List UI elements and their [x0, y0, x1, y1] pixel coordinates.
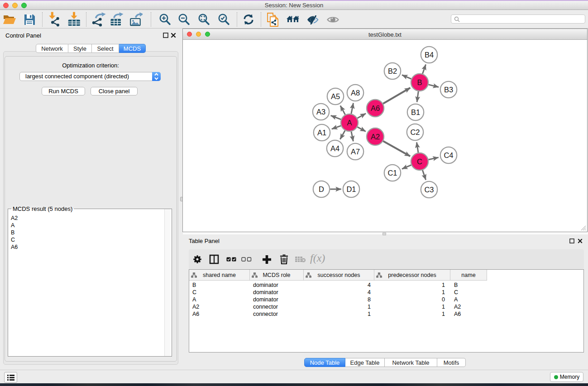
- svg-text:B: B: [417, 78, 422, 86]
- svg-text:C1: C1: [387, 169, 397, 177]
- svg-text:C2: C2: [410, 128, 420, 136]
- svg-text:A7: A7: [351, 148, 360, 156]
- svg-text:C4: C4: [444, 151, 453, 159]
- svg-text:B3: B3: [444, 86, 453, 94]
- svg-text:A6: A6: [371, 104, 380, 112]
- svg-text:A2: A2: [371, 133, 380, 141]
- svg-text:B4: B4: [425, 51, 434, 59]
- svg-text:A1: A1: [317, 129, 326, 137]
- svg-text:D: D: [319, 185, 324, 193]
- svg-text:A3: A3: [316, 108, 325, 116]
- svg-text:A5: A5: [331, 92, 340, 100]
- svg-text:B2: B2: [388, 67, 397, 75]
- svg-text:B1: B1: [411, 108, 420, 116]
- svg-text:A4: A4: [330, 144, 339, 152]
- svg-text:C3: C3: [424, 186, 434, 194]
- svg-text:A: A: [347, 119, 352, 127]
- svg-text:C: C: [417, 157, 422, 166]
- svg-text:A8: A8: [351, 89, 360, 97]
- svg-text:D1: D1: [346, 185, 356, 193]
